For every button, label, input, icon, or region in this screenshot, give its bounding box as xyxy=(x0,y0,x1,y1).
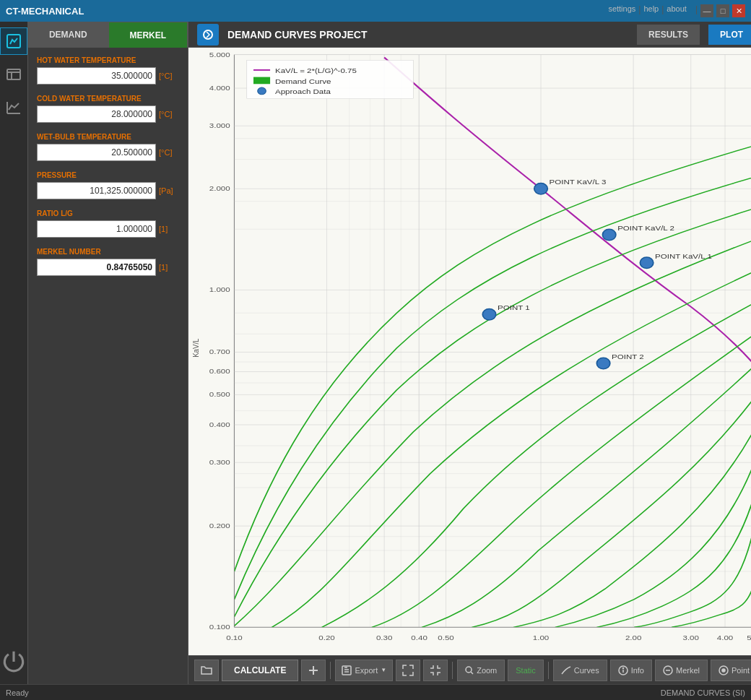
project-header: DEMAND CURVES PROJECT RESULTS PLOT xyxy=(188,22,751,48)
svg-point-54 xyxy=(466,667,472,673)
point-2[interactable] xyxy=(596,358,609,368)
power-button[interactable] xyxy=(0,648,27,675)
x-label-300: 3.00 xyxy=(683,634,700,641)
point-kavl-1[interactable] xyxy=(640,257,653,268)
pressure-label: PRESSURE xyxy=(37,171,179,179)
status-right: DEMAND CURVES (SI) xyxy=(661,688,745,697)
point-1-label: POINT 1 xyxy=(498,303,530,311)
y-label-200: 2.000 xyxy=(209,184,230,192)
main-content: DEMAND MERKEL HOT WATER TEMPERATURE [°C]… xyxy=(0,22,751,684)
x-label-100: 1.00 xyxy=(533,634,550,641)
y-label-010: 0.100 xyxy=(209,623,230,631)
y-label-050: 0.500 xyxy=(209,390,230,398)
project-title: DEMAND CURVES PROJECT xyxy=(227,29,628,40)
hot-water-temp-label: HOT WATER TEMPERATURE xyxy=(37,56,179,64)
point-2-label: POINT 2 xyxy=(612,353,644,360)
pressure-row: [Pa] xyxy=(37,182,179,199)
hot-water-temp-input[interactable] xyxy=(37,67,156,85)
close-button[interactable]: ✕ xyxy=(732,4,745,17)
ratio-lg-label: RATIO L/G xyxy=(37,209,179,217)
y-label-100: 1.000 xyxy=(209,285,230,293)
point-kavl-3[interactable] xyxy=(534,183,547,194)
y-label-400: 4.000 xyxy=(209,84,230,92)
cold-water-temp-input[interactable] xyxy=(37,105,156,123)
status-text: Ready xyxy=(6,688,29,697)
sidebar-icon-demand[interactable] xyxy=(0,27,27,55)
sidebar-icon-chart[interactable] xyxy=(0,94,27,121)
results-button[interactable]: RESULTS xyxy=(637,25,700,45)
x-label-500: 5.00 xyxy=(747,634,751,641)
merkel-number-label: MERKEL NUMBER xyxy=(37,248,179,256)
left-panel: DEMAND MERKEL HOT WATER TEMPERATURE [°C]… xyxy=(28,22,188,684)
x-label-040: 0.40 xyxy=(411,634,427,641)
svg-point-62 xyxy=(722,669,725,672)
bottom-toolbar: CALCULATE Export ▼ xyxy=(188,655,751,684)
tab-demand[interactable]: DEMAND xyxy=(28,22,108,48)
panel-tabs: DEMAND MERKEL xyxy=(28,22,188,48)
separator-2 xyxy=(452,662,453,679)
separator-1 xyxy=(330,662,331,679)
y-label-070: 0.700 xyxy=(209,347,230,355)
merkel-button[interactable]: Merkel xyxy=(655,660,708,681)
status-bar: Ready DEMAND CURVES (SI) xyxy=(0,684,751,700)
merkel-number-input[interactable] xyxy=(37,259,156,276)
legend-kav-text: KaV/L = 2*(L/G)^-0.75 xyxy=(275,66,357,74)
svg-rect-1 xyxy=(7,69,20,79)
wet-bulb-temp-input[interactable] xyxy=(37,144,156,161)
menu-about[interactable]: about xyxy=(667,4,687,17)
point-kavl-1-label: POINT KaV/L 1 xyxy=(655,252,712,260)
legend-demand-rect xyxy=(253,77,270,85)
pressure-input[interactable] xyxy=(37,182,156,199)
y-label-300: 3.000 xyxy=(209,121,230,129)
cold-water-temp-label: COLD WATER TEMPERATURE xyxy=(37,95,179,103)
y-label-060: 0.600 xyxy=(209,367,230,375)
pressure-group: PRESSURE [Pa] xyxy=(37,171,179,199)
hot-water-temp-row: [°C] xyxy=(37,67,179,85)
point-kavl-2[interactable] xyxy=(602,229,615,240)
sidebar-icon-settings[interactable] xyxy=(0,61,27,88)
app-title: CT-MECHANICAL xyxy=(6,6,84,17)
curves-button[interactable]: Curves xyxy=(553,660,607,681)
cold-water-temp-group: COLD WATER TEMPERATURE [°C] xyxy=(37,95,179,123)
ratio-lg-row: [1] xyxy=(37,220,179,238)
merkel-number-group: MERKEL NUMBER [1] xyxy=(37,248,179,276)
x-label-010: 0.10 xyxy=(226,634,243,641)
menu-help[interactable]: help xyxy=(643,4,659,17)
svg-point-58 xyxy=(622,667,623,668)
point-1[interactable] xyxy=(482,309,495,320)
legend-approach-text: Approach Data xyxy=(275,87,331,95)
minimize-button[interactable]: — xyxy=(700,4,713,17)
add-button[interactable] xyxy=(301,660,326,681)
ratio-lg-input[interactable] xyxy=(37,220,156,238)
icon-sidebar xyxy=(0,22,28,684)
folder-button[interactable] xyxy=(194,660,219,681)
main-area: DEMAND CURVES PROJECT RESULTS PLOT xyxy=(188,22,751,684)
y-label-040: 0.400 xyxy=(209,420,230,428)
legend-approach-circle xyxy=(258,87,266,95)
menu-settings[interactable]: settings xyxy=(608,4,635,17)
merkel-number-row: [1] xyxy=(37,259,179,276)
zoom-button[interactable]: Zoom xyxy=(457,660,505,681)
x-label-020: 0.20 xyxy=(318,634,335,641)
title-bar: CT-MECHANICAL settings | help | about | … xyxy=(0,0,751,22)
calculate-button[interactable]: CALCULATE xyxy=(222,660,298,681)
y-axis-label: KaV/L xyxy=(191,338,200,357)
chart-container: 0.10 0.20 0.30 0.40 0.50 1.00 2.00 3.00 … xyxy=(188,48,751,655)
point-button[interactable]: Point xyxy=(711,660,751,681)
svg-line-55 xyxy=(471,672,473,674)
hot-water-temp-unit: [°C] xyxy=(159,72,179,80)
separator-3 xyxy=(548,662,549,679)
maximize-button[interactable]: □ xyxy=(716,4,729,17)
export-dropdown[interactable]: Export ▼ xyxy=(335,660,393,681)
fullscreen-expand-button[interactable] xyxy=(396,660,420,681)
info-button[interactable]: Info xyxy=(610,660,652,681)
fullscreen-collapse-button[interactable] xyxy=(423,660,448,681)
project-icon xyxy=(197,24,219,46)
static-button[interactable]: Static xyxy=(508,660,544,681)
cold-water-temp-unit: [°C] xyxy=(159,110,179,118)
tab-merkel[interactable]: MERKEL xyxy=(108,22,188,48)
export-arrow: ▼ xyxy=(381,667,386,673)
plot-button[interactable]: PLOT xyxy=(708,25,751,45)
wet-bulb-temp-unit: [°C] xyxy=(159,148,179,157)
y-label-500: 5.000 xyxy=(209,50,230,58)
